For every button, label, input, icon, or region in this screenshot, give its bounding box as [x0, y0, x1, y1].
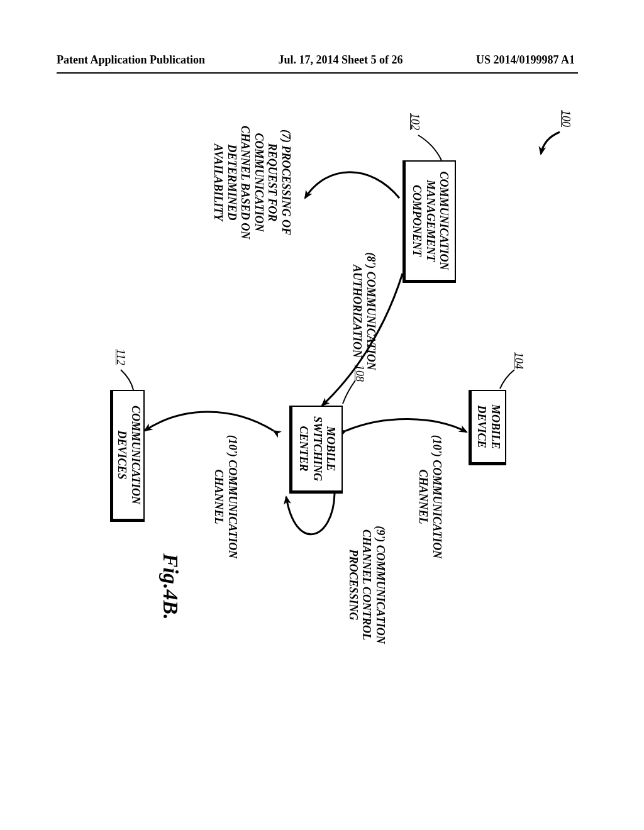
- ref-100: 100: [559, 110, 572, 127]
- ref-112: 112: [114, 349, 127, 365]
- label-step-7: (7) PROCESSING OF REQUEST FOR COMMUNICAT…: [211, 113, 292, 252]
- diagram-arrows: [6, 57, 635, 685]
- figure-area: COMMUNICATION MANAGEMENT COMPONENT MOBIL…: [50, 101, 591, 729]
- diagram-stage: COMMUNICATION MANAGEMENT COMPONENT MOBIL…: [6, 57, 635, 685]
- label-step-10-upper: (10') COMMUNICATION CHANNEL: [416, 428, 443, 566]
- box-communication-management-component: COMMUNICATION MANAGEMENT COMPONENT: [402, 160, 456, 283]
- ref-104: 104: [512, 352, 525, 369]
- box-mobile-device: MOBILE DEVICE: [469, 390, 506, 465]
- figure-caption: Fig.4B.: [158, 553, 182, 620]
- box-mobile-switching-center: MOBILE SWITCHING CENTER: [289, 406, 343, 494]
- box-communication-devices: COMMUNICATION DEVICES: [110, 390, 145, 522]
- ref-102: 102: [408, 113, 421, 130]
- label-step-9: (9') COMMUNICATION CHANNEL CONTROL PROCE…: [346, 522, 387, 648]
- label-step-10-lower: (10') COMMUNICATION CHANNEL: [212, 428, 239, 566]
- label-step-8: (8') COMMUNICATION AUTHORIZATION: [350, 245, 377, 377]
